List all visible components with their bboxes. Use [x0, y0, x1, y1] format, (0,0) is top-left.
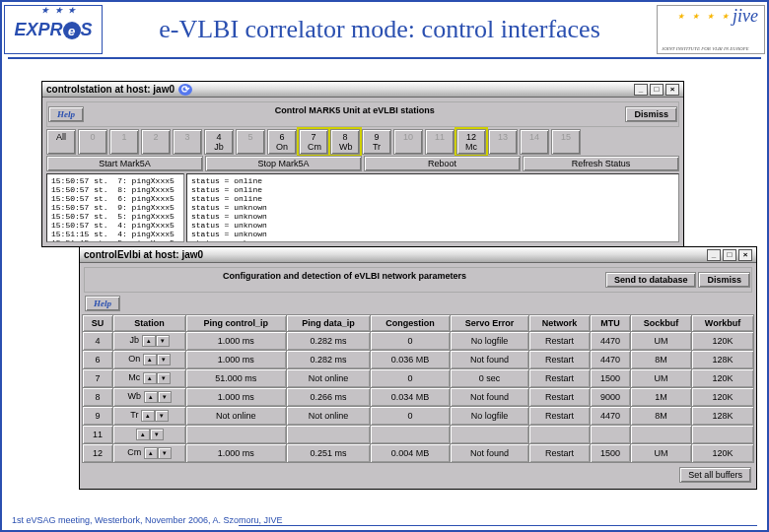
window-titlebar[interactable]: controlEvlbi at host: jaw0 _ □ × — [80, 247, 756, 263]
dismiss-button[interactable]: Dismiss — [698, 272, 750, 288]
cell[interactable]: No logfile — [450, 332, 528, 351]
cell[interactable]: 51.000 ms — [185, 369, 286, 388]
station-button[interactable]: 13 — [488, 129, 518, 155]
close-icon[interactable]: × — [738, 249, 752, 261]
cell[interactable]: 0.034 MB — [371, 388, 450, 407]
cell[interactable]: 120K — [692, 444, 754, 463]
cell[interactable]: Restart — [529, 351, 591, 369]
cell[interactable]: Not online — [286, 407, 371, 426]
station-button[interactable]: 4 Jb — [204, 129, 234, 155]
cell[interactable]: 9000 — [590, 388, 630, 407]
cell[interactable]: Mc ▴▾ — [113, 369, 186, 388]
cell[interactable]: No logfile — [450, 407, 528, 426]
cell[interactable] — [529, 426, 591, 444]
cell[interactable]: UM — [631, 332, 692, 351]
cell[interactable]: Not found — [450, 444, 528, 463]
cell[interactable]: 1.000 ms — [185, 332, 286, 351]
cell[interactable]: 120K — [692, 332, 754, 351]
cell[interactable] — [371, 426, 450, 444]
cell[interactable]: Jb ▴▾ — [113, 332, 186, 351]
cell[interactable]: Restart — [529, 444, 591, 463]
cell[interactable]: Restart — [529, 332, 591, 351]
cell[interactable]: 120K — [692, 369, 754, 388]
window-titlebar[interactable]: controlstation at host: jaw0 ⟳ _ □ × — [42, 82, 683, 98]
up-icon[interactable]: ▴ — [143, 372, 157, 384]
down-icon[interactable]: ▾ — [157, 372, 171, 384]
cell[interactable] — [692, 426, 754, 444]
station-button[interactable]: 15 — [551, 129, 581, 155]
cell[interactable]: 128K — [692, 351, 754, 369]
station-button[interactable]: 6 On — [267, 129, 297, 155]
cell[interactable]: 0.036 MB — [371, 351, 450, 369]
up-icon[interactable]: ▴ — [141, 410, 155, 422]
down-icon[interactable]: ▾ — [158, 391, 172, 403]
cell[interactable]: ▴▾ — [113, 426, 186, 444]
cell[interactable]: 1.000 ms — [185, 444, 286, 463]
cell[interactable]: Cm ▴▾ — [113, 444, 186, 463]
cell[interactable] — [631, 426, 692, 444]
cell[interactable]: Restart — [529, 407, 591, 426]
cell[interactable]: 1500 — [590, 444, 630, 463]
down-icon[interactable]: ▾ — [150, 429, 164, 440]
refresh-button[interactable]: Refresh Status — [523, 156, 679, 171]
cell[interactable]: 120K — [692, 388, 754, 407]
cell[interactable]: 0.004 MB — [371, 444, 450, 463]
cell[interactable]: Restart — [529, 369, 591, 388]
cell[interactable]: 0 — [371, 332, 450, 351]
maximize-icon[interactable]: □ — [650, 84, 664, 96]
maximize-icon[interactable]: □ — [723, 249, 736, 261]
up-icon[interactable]: ▴ — [144, 447, 158, 459]
cell[interactable]: Not online — [185, 407, 286, 426]
cell[interactable] — [590, 426, 630, 444]
cell[interactable]: 1.000 ms — [185, 388, 286, 407]
up-icon[interactable]: ▴ — [136, 429, 150, 440]
down-icon[interactable]: ▾ — [156, 335, 170, 347]
cell[interactable] — [450, 426, 528, 444]
help-button[interactable]: Help — [48, 106, 84, 122]
cell[interactable]: 0.266 ms — [286, 388, 371, 407]
up-icon[interactable]: ▴ — [142, 335, 156, 347]
cell[interactable]: 4470 — [590, 407, 630, 426]
cell[interactable]: Wb ▴▾ — [113, 388, 186, 407]
cell[interactable]: On ▴▾ — [113, 351, 186, 369]
cell[interactable]: 8M — [631, 351, 692, 369]
cell[interactable]: 4470 — [590, 332, 630, 351]
cell[interactable]: 0 — [371, 407, 450, 426]
cell[interactable]: 0.251 ms — [286, 444, 371, 463]
up-icon[interactable]: ▴ — [143, 354, 157, 366]
cell[interactable]: 8M — [631, 407, 692, 426]
station-button[interactable]: 10 — [393, 129, 423, 155]
down-icon[interactable]: ▾ — [158, 447, 172, 459]
down-icon[interactable]: ▾ — [155, 410, 169, 422]
cell[interactable]: 128K — [692, 407, 754, 426]
cell[interactable]: UM — [631, 369, 692, 388]
cell[interactable] — [185, 426, 286, 444]
minimize-icon[interactable]: _ — [634, 84, 648, 96]
cell[interactable]: 0.282 ms — [286, 332, 371, 351]
station-button[interactable]: 11 — [425, 129, 454, 155]
cell[interactable]: Restart — [529, 388, 591, 407]
close-icon[interactable]: × — [665, 84, 679, 96]
cell[interactable]: 0 — [371, 369, 450, 388]
cell[interactable]: Not found — [450, 388, 528, 407]
reboot-button[interactable]: Reboot — [364, 156, 521, 171]
station-button[interactable]: 12 Mc — [456, 129, 486, 155]
cell[interactable] — [286, 426, 371, 444]
cell[interactable]: 4470 — [590, 351, 630, 369]
down-icon[interactable]: ▾ — [157, 354, 171, 366]
station-button[interactable]: 8 Wb — [330, 129, 360, 155]
station-button[interactable]: 7 Cm — [299, 129, 328, 155]
station-button[interactable]: 2 — [141, 129, 171, 155]
cell[interactable]: Tr ▴▾ — [113, 407, 186, 426]
help-button[interactable]: Help — [85, 296, 120, 311]
dismiss-button[interactable]: Dismiss — [625, 106, 677, 122]
send-button[interactable]: Send to database — [605, 272, 697, 288]
cell[interactable]: 1500 — [590, 369, 630, 388]
start-button[interactable]: Start Mark5A — [46, 156, 203, 171]
cell[interactable]: 0 sec — [450, 369, 528, 388]
station-button[interactable]: 9 Tr — [362, 129, 391, 155]
up-icon[interactable]: ▴ — [144, 391, 158, 403]
station-button[interactable]: 1 — [109, 129, 139, 155]
stop-button[interactable]: Stop Mark5A — [205, 156, 362, 171]
cell[interactable]: Not found — [450, 351, 528, 369]
